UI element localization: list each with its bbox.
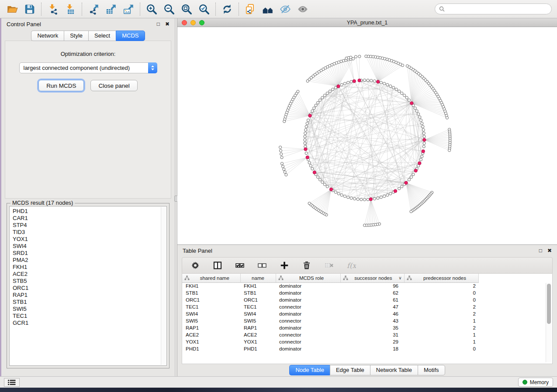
graph-node[interactable]: [401, 64, 404, 67]
graph-node[interactable]: [358, 55, 361, 58]
graph-node[interactable]: [398, 90, 401, 93]
tab-style[interactable]: Style: [64, 31, 88, 41]
export-network-button[interactable]: [86, 2, 100, 16]
graph-edge[interactable]: [366, 56, 378, 82]
mcds-node[interactable]: [394, 189, 397, 193]
graph-node[interactable]: [329, 90, 331, 93]
graph-edge[interactable]: [305, 137, 424, 140]
graph-edge[interactable]: [294, 97, 310, 116]
mcds-result-item[interactable]: SWI4: [13, 243, 166, 250]
hide-selected-button[interactable]: [278, 2, 292, 16]
graph-node[interactable]: [304, 142, 306, 144]
mcds-node[interactable]: [410, 102, 413, 105]
graph-node[interactable]: [334, 191, 337, 193]
mcds-node[interactable]: [353, 79, 356, 83]
zoom-selected-button[interactable]: [197, 2, 211, 16]
graph-edge[interactable]: [284, 158, 308, 169]
graph-node[interactable]: [383, 82, 386, 85]
graph-node[interactable]: [308, 202, 311, 205]
graph-edge[interactable]: [322, 83, 348, 182]
tab-network-table[interactable]: Network Table: [370, 365, 418, 375]
show-all-button[interactable]: [296, 2, 310, 16]
table-scrollbar[interactable]: [546, 283, 551, 362]
graph-edge[interactable]: [371, 199, 380, 224]
graph-node[interactable]: [321, 96, 324, 99]
graph-node[interactable]: [326, 185, 329, 188]
graph-node[interactable]: [422, 129, 425, 131]
column-header-successor-nodes[interactable]: successor nodes∨: [340, 274, 404, 282]
mcds-result-item[interactable]: ORC1: [13, 285, 166, 292]
graph-node[interactable]: [305, 152, 308, 155]
tab-mcds[interactable]: MCDS: [116, 31, 145, 41]
graph-node[interactable]: [417, 113, 420, 115]
graph-node[interactable]: [349, 56, 352, 58]
graph-node[interactable]: [311, 110, 314, 112]
graph-node[interactable]: [401, 92, 403, 95]
graph-node[interactable]: [363, 198, 366, 201]
graph-node[interactable]: [401, 185, 403, 188]
graph-node[interactable]: [318, 99, 321, 101]
mcds-result-item[interactable]: PHD1: [13, 208, 166, 215]
memory-button[interactable]: Memory: [518, 378, 553, 387]
graph-edge[interactable]: [314, 189, 331, 207]
graph-edge[interactable]: [376, 57, 378, 82]
mcds-result-item[interactable]: SRD1: [13, 250, 166, 257]
mcds-result-item[interactable]: ACE2: [13, 271, 166, 278]
graph-edge[interactable]: [293, 100, 310, 116]
graph-node[interactable]: [380, 81, 382, 84]
graph-edge[interactable]: [315, 75, 338, 86]
graph-node[interactable]: [279, 146, 282, 148]
select-all-rows-button[interactable]: [235, 260, 245, 271]
graph-node[interactable]: [323, 94, 326, 96]
graph-node[interactable]: [279, 149, 282, 152]
graph-node[interactable]: [304, 129, 307, 131]
graph-node[interactable]: [313, 107, 315, 110]
first-neighbors-button[interactable]: [261, 2, 275, 16]
graph-edge[interactable]: [331, 83, 384, 189]
graph-node[interactable]: [340, 194, 343, 196]
graph-node[interactable]: [309, 165, 312, 167]
graph-node[interactable]: [410, 176, 412, 179]
graph-node[interactable]: [356, 198, 359, 200]
mcds-result-item[interactable]: TID3: [13, 229, 166, 236]
graph-edge[interactable]: [368, 56, 378, 82]
graph-node[interactable]: [422, 125, 424, 128]
graph-edge[interactable]: [285, 158, 308, 172]
mcds-node[interactable]: [423, 138, 426, 141]
graph-node[interactable]: [408, 99, 410, 101]
graph-node[interactable]: [318, 179, 321, 181]
graph-node[interactable]: [280, 162, 283, 165]
table-row[interactable]: SWI4SWI4dominator462: [182, 310, 478, 317]
graph-edge[interactable]: [424, 140, 450, 146]
network-canvas[interactable]: [177, 27, 557, 244]
graph-node[interactable]: [297, 90, 299, 93]
deselect-all-rows-button[interactable]: [257, 260, 267, 271]
tab-motifs[interactable]: Motifs: [418, 365, 445, 375]
mcds-node[interactable]: [358, 79, 361, 82]
close-panel-icon[interactable]: ✖: [165, 21, 170, 27]
graph-node[interactable]: [347, 81, 349, 84]
mcds-result-list[interactable]: PHD1CAR1STP4TID3YOX1SWI4SRD1PMA2FKH1ACE2…: [9, 206, 167, 366]
graph-edge[interactable]: [323, 69, 339, 86]
table-row[interactable]: PHD1PHD1dominator180: [182, 345, 478, 352]
mcds-node[interactable]: [414, 169, 417, 172]
table-scrollbar-thumb[interactable]: [547, 284, 551, 324]
graph-node[interactable]: [315, 104, 317, 107]
mcds-result-item[interactable]: STB1: [13, 299, 166, 306]
zoom-fit-button[interactable]: [180, 2, 194, 16]
graph-edge[interactable]: [320, 189, 331, 211]
apply-layout-button[interactable]: [220, 2, 234, 16]
show-columns-button[interactable]: [212, 260, 223, 271]
graph-node[interactable]: [343, 82, 346, 85]
graph-node[interactable]: [363, 224, 366, 227]
open-file-button[interactable]: [5, 2, 19, 16]
mcds-node[interactable]: [418, 162, 421, 165]
graph-node[interactable]: [419, 158, 422, 161]
graph-node[interactable]: [415, 110, 418, 112]
column-header-shared-name[interactable]: shared name: [182, 274, 240, 282]
graph-node[interactable]: [353, 197, 356, 200]
zoom-in-button[interactable]: [145, 2, 159, 16]
graph-edge[interactable]: [373, 57, 378, 82]
graph-node[interactable]: [304, 135, 306, 138]
graph-node[interactable]: [410, 210, 412, 213]
